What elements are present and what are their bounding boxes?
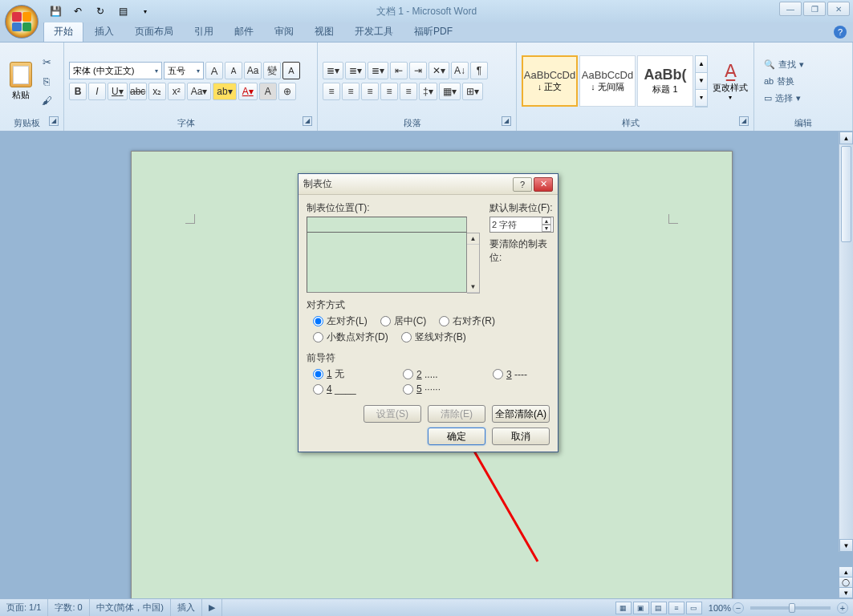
tab-mailings[interactable]: 邮件 — [225, 22, 263, 42]
styles-launcher[interactable]: ◢ — [739, 116, 749, 126]
numbering-button[interactable]: ≣▾ — [345, 62, 366, 79]
zoom-level[interactable]: 100% — [709, 603, 731, 613]
change-case-button[interactable]: Aa▾ — [187, 83, 212, 100]
ok-button[interactable]: 确定 — [428, 428, 485, 445]
phonetic-guide-button[interactable]: 變 — [263, 62, 281, 79]
font-name-combo[interactable]: 宋体 (中文正文)▾ — [69, 62, 162, 79]
font-color-button[interactable]: A▾ — [238, 83, 258, 100]
tab-layout[interactable]: 页面布局 — [125, 22, 183, 42]
undo-icon[interactable]: ↶ — [69, 2, 87, 20]
minimize-button[interactable]: — — [779, 2, 802, 16]
find-button[interactable]: 🔍查找 ▾ — [761, 57, 807, 72]
superscript-button[interactable]: x² — [168, 83, 185, 100]
styles-more-icon[interactable]: ▾ — [696, 90, 707, 107]
borders-button[interactable]: ⊞▾ — [462, 83, 483, 100]
replace-button[interactable]: ab替换 — [761, 74, 807, 89]
close-window-button[interactable]: ✕ — [827, 2, 850, 16]
zoom-out-button[interactable]: − — [733, 602, 744, 614]
scroll-up-icon[interactable]: ▲ — [839, 132, 853, 144]
italic-button[interactable]: I — [88, 83, 106, 100]
tab-developer[interactable]: 开发工具 — [345, 22, 403, 42]
tab-position-input[interactable] — [307, 217, 467, 233]
new-icon[interactable]: ▤ — [114, 2, 132, 20]
increase-indent-button[interactable]: ⇤ — [390, 62, 408, 79]
multilevel-button[interactable]: ≣▾ — [368, 62, 388, 79]
status-insert-mode[interactable]: 插入 — [171, 599, 202, 616]
leader-3-radio[interactable]: 3 ---- — [493, 367, 527, 381]
shading-button[interactable]: ▦▾ — [439, 83, 461, 100]
align-bar-radio[interactable]: 竖线对齐(B) — [401, 330, 466, 344]
distribute-button[interactable]: ≡ — [400, 83, 417, 100]
spinner-down-icon[interactable]: ▼ — [542, 225, 551, 232]
help-icon[interactable]: ? — [834, 26, 847, 38]
view-draft-icon[interactable]: ▭ — [686, 602, 702, 614]
leader-4-radio[interactable]: 4 ____ — [313, 383, 390, 395]
view-web-icon[interactable]: ▤ — [651, 602, 667, 614]
line-spacing-button[interactable]: ‡▾ — [419, 83, 437, 100]
leader-1-radio[interactable]: 1 无 — [313, 367, 390, 381]
bullets-button[interactable]: ≣▾ — [323, 62, 343, 79]
scroll-down-icon[interactable]: ▼ — [839, 539, 853, 552]
save-icon[interactable]: 💾 — [47, 2, 64, 20]
align-right-button[interactable]: ≡ — [361, 83, 379, 100]
qat-customize-icon[interactable]: ▾ — [136, 2, 154, 20]
set-button[interactable]: 设置(S) — [364, 405, 421, 423]
cut-icon[interactable]: ✂ — [39, 54, 55, 70]
enclose-char-button[interactable]: ⊕ — [278, 83, 296, 100]
align-left-radio[interactable]: 左对齐(L) — [313, 314, 368, 328]
status-page[interactable]: 页面: 1/1 — [0, 599, 48, 616]
tab-home[interactable]: 开始 — [43, 21, 83, 42]
font-launcher[interactable]: ◢ — [303, 116, 312, 126]
styles-gallery-scroll[interactable]: ▲ ▼ ▾ — [695, 55, 708, 107]
align-right-radio[interactable]: 右对齐(R) — [439, 314, 495, 328]
align-center-radio[interactable]: 居中(C) — [380, 314, 427, 328]
list-scrollbar[interactable]: ▲▼ — [467, 233, 480, 294]
sort-button[interactable]: A↓ — [451, 62, 469, 79]
vertical-scrollbar[interactable]: ▲ ▼ — [839, 132, 853, 552]
asian-layout-button[interactable]: ✕▾ — [429, 62, 449, 79]
status-macro-icon[interactable]: ▶ — [202, 599, 222, 616]
style-no-spacing[interactable]: AaBbCcDd ↓ 无间隔 — [579, 55, 636, 107]
view-fullscreen-icon[interactable]: ▣ — [633, 602, 649, 614]
format-painter-icon[interactable]: 🖌 — [39, 92, 55, 108]
maximize-button[interactable]: ❐ — [803, 2, 826, 16]
decrease-indent-button[interactable]: ⇥ — [409, 62, 427, 79]
office-button[interactable] — [5, 5, 39, 38]
status-language[interactable]: 中文(简体，中国) — [90, 599, 171, 616]
subscript-button[interactable]: x₂ — [148, 83, 166, 100]
char-border-button[interactable]: A — [282, 62, 300, 79]
shrink-font-button[interactable]: A — [225, 62, 242, 79]
browse-object-icon[interactable]: ◯ — [839, 577, 853, 588]
clipboard-launcher[interactable]: ◢ — [49, 116, 59, 126]
status-words[interactable]: 字数: 0 — [48, 599, 89, 616]
zoom-slider-thumb[interactable] — [789, 603, 795, 613]
show-marks-button[interactable]: ¶ — [470, 62, 488, 79]
style-normal[interactable]: AaBbCcDd ↓ 正文 — [522, 55, 578, 107]
paragraph-launcher[interactable]: ◢ — [502, 116, 511, 126]
tab-position-list[interactable] — [307, 232, 467, 293]
clear-all-button[interactable]: 全部清除(A) — [492, 405, 550, 423]
highlight-button[interactable]: ab▾ — [213, 83, 236, 100]
leader-5-radio[interactable]: 5 ······ — [403, 383, 441, 395]
char-shading-button[interactable]: A — [259, 83, 277, 100]
leader-2-radio[interactable]: 2 ..... — [403, 367, 480, 381]
justify-button[interactable]: ≡ — [380, 83, 398, 100]
font-size-combo[interactable]: 五号▾ — [164, 62, 204, 79]
tab-insert[interactable]: 插入 — [85, 22, 124, 42]
strike-button[interactable]: abc — [129, 83, 147, 100]
tab-view[interactable]: 视图 — [305, 22, 343, 42]
dialog-titlebar[interactable]: 制表位 ? ✕ — [299, 174, 558, 195]
tab-review[interactable]: 审阅 — [265, 22, 303, 42]
align-decimal-radio[interactable]: 小数点对齐(D) — [313, 330, 388, 344]
clear-format-button[interactable]: Aa — [244, 62, 262, 79]
prev-page-icon[interactable]: ▴ — [839, 566, 853, 578]
view-outline-icon[interactable]: ≡ — [668, 602, 684, 614]
align-center-button[interactable]: ≡ — [342, 83, 359, 100]
change-styles-button[interactable]: A̲ 更改样式 ▾ — [713, 55, 748, 107]
scroll-thumb[interactable] — [841, 146, 851, 242]
spinner-up-icon[interactable]: ▲ — [542, 217, 551, 225]
redo-icon[interactable]: ↻ — [91, 2, 109, 20]
underline-button[interactable]: U ▾ — [108, 83, 128, 100]
dialog-close-button[interactable]: ✕ — [534, 177, 553, 192]
cancel-button[interactable]: 取消 — [492, 428, 550, 445]
